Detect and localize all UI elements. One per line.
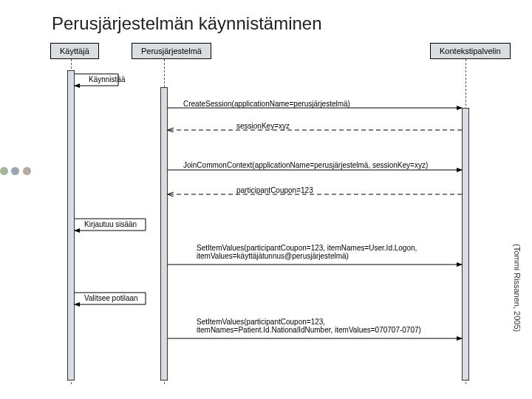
msg-set-patient: SetItemValues(participantCoupon=123, ite… (197, 318, 463, 334)
credit-text: (Tommi Rissanen, 2005) (513, 244, 522, 332)
msg-session-key: sessionKey=xyz (236, 122, 290, 130)
msg-login: Kirjautuu sisään (84, 220, 137, 228)
participant-system: Perusjärjestelmä (132, 43, 211, 59)
decor-dots (0, 165, 31, 178)
activation-user (67, 70, 75, 381)
participant-user: Käyttäjä (50, 43, 99, 59)
sequence-arrows (0, 0, 532, 399)
msg-join-context: JoinCommonContext(applicationName=perusj… (183, 161, 428, 169)
page-title: Perusjärjestelmän käynnistäminen (52, 13, 322, 34)
participant-context: Kontekstipalvelin (430, 43, 511, 59)
msg-participant-coupon: participantCoupon=123 (236, 186, 313, 194)
activation-context (462, 108, 469, 381)
msg-start: Käynnistää (89, 75, 125, 83)
msg-create-session: CreateSession(applicationName=perusjärje… (183, 100, 350, 108)
msg-set-user: SetItemValues(participantCoupon=123, ite… (197, 244, 448, 260)
msg-select-patient: Valitsee potilaan (84, 294, 138, 302)
activation-system (160, 87, 168, 381)
